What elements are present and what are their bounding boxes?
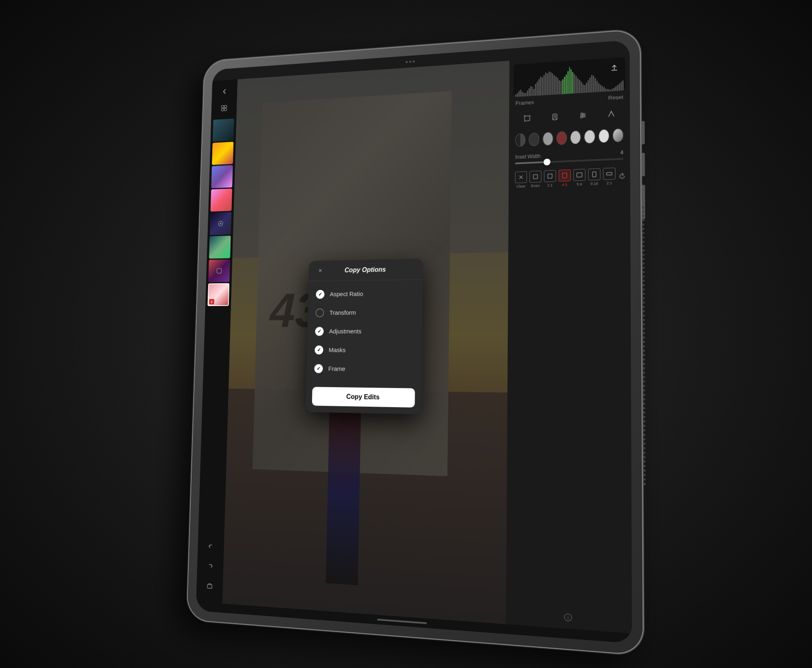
ar-1-1[interactable]: 1:1 bbox=[544, 170, 556, 187]
svg-point-31 bbox=[568, 615, 569, 616]
svg-rect-26 bbox=[577, 173, 582, 177]
checkbox-adjustments[interactable]: ✓ bbox=[315, 326, 324, 335]
top-dots bbox=[406, 60, 415, 63]
ar-2-1[interactable]: 2:1 bbox=[603, 167, 615, 185]
slider-thumb[interactable] bbox=[543, 158, 550, 165]
svg-rect-28 bbox=[607, 172, 612, 175]
svg-point-20 bbox=[581, 116, 582, 118]
ar-9-16-label: 9:16 bbox=[591, 181, 598, 186]
color-circles bbox=[513, 126, 626, 149]
crop-tool[interactable] bbox=[519, 110, 535, 126]
svg-point-14 bbox=[554, 115, 555, 117]
ar-5-4[interactable]: 5:4 bbox=[573, 169, 586, 186]
option-aspect-ratio[interactable]: ✓ Aspect Ratio bbox=[308, 283, 423, 303]
ar-4-5[interactable]: 4:5 bbox=[559, 169, 571, 187]
slider-section: Inset Width 4 bbox=[513, 147, 626, 166]
volume-down-button[interactable] bbox=[641, 152, 645, 176]
option-masks[interactable]: ✓ Masks bbox=[307, 340, 422, 360]
option-label-frame: Frame bbox=[328, 365, 345, 372]
home-bar bbox=[377, 618, 427, 624]
ar-1-1-label: 1:1 bbox=[547, 183, 553, 188]
svg-rect-8 bbox=[524, 116, 529, 121]
modal-header: × Copy Options bbox=[309, 258, 423, 281]
svg-point-5 bbox=[220, 222, 221, 224]
frames-label: Frames bbox=[515, 99, 534, 106]
svg-rect-0 bbox=[221, 105, 223, 108]
svg-rect-23 bbox=[533, 174, 538, 178]
rotate-button[interactable] bbox=[618, 170, 626, 182]
option-label-adjustments: Adjustments bbox=[329, 328, 362, 335]
ar-2-1-label: 2:1 bbox=[606, 181, 612, 185]
checkbox-aspect-ratio[interactable]: ✓ bbox=[316, 289, 324, 299]
option-frame[interactable]: ✓ Frame bbox=[306, 359, 422, 379]
light-circle[interactable] bbox=[543, 132, 553, 145]
dark-circle[interactable] bbox=[529, 133, 539, 146]
lighter-circle[interactable] bbox=[584, 130, 595, 144]
modal-close-button[interactable]: × bbox=[315, 265, 326, 276]
copy-edits-button[interactable]: Copy Edits bbox=[312, 386, 415, 407]
thumbnail-7[interactable] bbox=[208, 259, 230, 282]
main-canvas: 43 × Copy Options bbox=[222, 60, 509, 624]
ar-9-16[interactable]: 9:16 bbox=[588, 168, 601, 186]
side-dots bbox=[642, 206, 646, 485]
ipad-screen: 2 bbox=[196, 40, 632, 643]
slider-value: 4 bbox=[620, 149, 623, 155]
back-button[interactable] bbox=[217, 83, 232, 99]
undo-button[interactable] bbox=[203, 538, 219, 555]
adjustments-tool[interactable] bbox=[575, 107, 591, 123]
checkbox-transform[interactable] bbox=[315, 308, 324, 317]
svg-rect-27 bbox=[593, 171, 596, 177]
ar-5-4-label: 5:4 bbox=[577, 182, 582, 186]
portrait-tool[interactable] bbox=[547, 109, 562, 125]
volume-up-button[interactable] bbox=[641, 121, 645, 145]
ar-even-label: Even bbox=[531, 183, 540, 188]
thumbnail-2[interactable] bbox=[212, 142, 233, 165]
bw-circle[interactable] bbox=[515, 133, 526, 147]
checkbox-frame[interactable]: ✓ bbox=[314, 364, 323, 373]
slider-label: Inset Width bbox=[515, 153, 541, 160]
svg-rect-24 bbox=[548, 174, 552, 178]
modal-body: ✓ Aspect Ratio Transform bbox=[306, 279, 423, 383]
svg-rect-25 bbox=[562, 173, 567, 178]
copy-options-dialog: × Copy Options ✓ Aspect Ratio bbox=[305, 258, 423, 414]
modal-overlay: × Copy Options ✓ Aspect Ratio bbox=[222, 60, 509, 624]
option-label-aspect-ratio: Aspect Ratio bbox=[330, 290, 363, 297]
histogram bbox=[514, 57, 626, 97]
thumbnail-3[interactable] bbox=[211, 165, 233, 188]
thumbnail-4[interactable] bbox=[211, 188, 232, 212]
modal-title: Copy Options bbox=[344, 265, 386, 273]
thumbnail-1[interactable] bbox=[213, 118, 234, 142]
ar-4-5-label: 4:5 bbox=[562, 182, 567, 187]
checkbox-masks[interactable]: ✓ bbox=[315, 345, 323, 354]
option-label-transform: Transform bbox=[329, 309, 356, 316]
ar-clear-label: Clear bbox=[517, 184, 526, 188]
sidebar-bottom-icons bbox=[202, 538, 219, 599]
svg-rect-3 bbox=[224, 108, 226, 111]
tool-icons bbox=[513, 103, 625, 128]
svg-rect-7 bbox=[207, 584, 212, 588]
thumbnail-5[interactable] bbox=[210, 212, 232, 235]
reset-button[interactable]: Reset bbox=[608, 94, 623, 101]
grid-view-button[interactable] bbox=[216, 100, 231, 116]
ar-even[interactable]: Even bbox=[529, 170, 541, 188]
gradient-circle[interactable] bbox=[613, 128, 623, 142]
ar-clear[interactable]: Clear bbox=[515, 171, 527, 188]
svg-rect-6 bbox=[217, 268, 221, 273]
option-label-masks: Masks bbox=[329, 346, 346, 353]
right-panel: Frames Reset bbox=[506, 52, 632, 633]
ipad-device: 2 bbox=[186, 29, 644, 656]
svg-rect-1 bbox=[224, 105, 226, 108]
redo-button[interactable] bbox=[202, 558, 218, 575]
nearwhite-circle[interactable] bbox=[598, 129, 609, 143]
option-transform[interactable]: Transform bbox=[308, 302, 423, 322]
option-adjustments[interactable]: ✓ Adjustments bbox=[307, 321, 422, 340]
thumbnail-8[interactable]: 2 bbox=[207, 283, 229, 306]
lightgray-circle[interactable] bbox=[570, 130, 581, 144]
red-circle[interactable] bbox=[556, 131, 567, 145]
export-button[interactable] bbox=[608, 61, 621, 75]
selective-tool[interactable] bbox=[603, 106, 619, 122]
thumbnail-6[interactable] bbox=[209, 236, 231, 258]
svg-rect-2 bbox=[221, 109, 223, 111]
app-layout: 2 bbox=[196, 52, 632, 633]
stack-button[interactable] bbox=[202, 577, 217, 595]
